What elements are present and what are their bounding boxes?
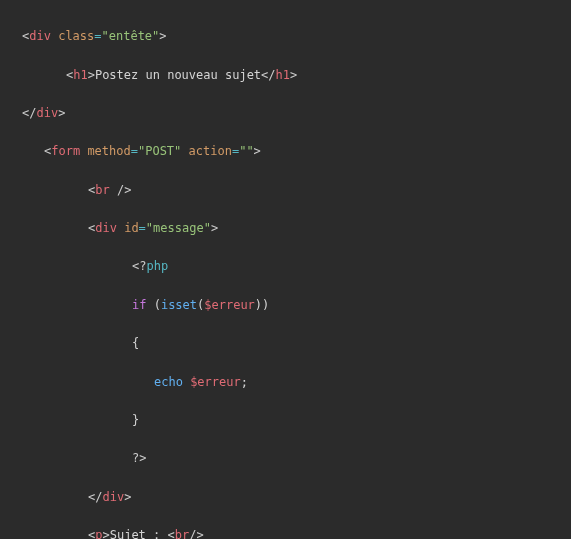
code-line: </div> — [22, 104, 571, 123]
code-line: if (isset($erreur)) — [132, 296, 571, 315]
code-line: echo $erreur; — [154, 373, 571, 392]
code-line: <h1>Postez un nouveau sujet</h1> — [66, 66, 571, 85]
code-line: <form method="POST" action=""> — [44, 142, 571, 161]
code-line: ?> — [132, 449, 571, 468]
code-block[interactable]: <div class="entête"> <h1>Postez un nouve… — [0, 0, 571, 539]
code-line: } — [132, 411, 571, 430]
code-line: <div class="entête"> — [22, 27, 571, 46]
code-line: <br /> — [88, 181, 571, 200]
code-line: <?php — [132, 257, 571, 276]
code-line: <div id="message"> — [88, 219, 571, 238]
code-line: { — [132, 334, 571, 353]
code-content: <div class="entête"> <h1>Postez un nouve… — [0, 27, 571, 539]
code-line: </div> — [88, 488, 571, 507]
code-line: <p>Sujet : <br/> — [88, 526, 571, 539]
